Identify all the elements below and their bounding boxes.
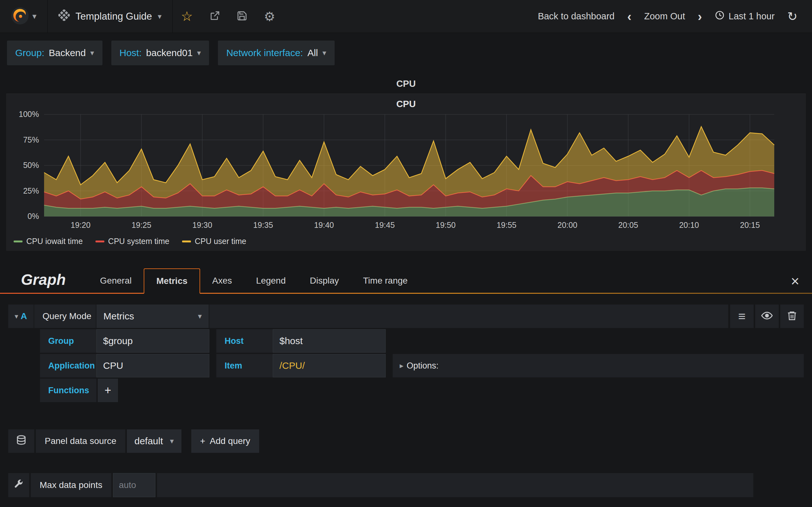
- panel-datasource-label: Panel data source: [36, 429, 125, 453]
- star-dashboard-button[interactable]: ☆: [172, 10, 201, 23]
- svg-text:20:10: 20:10: [679, 221, 699, 229]
- caret-down-icon: ▾: [170, 437, 174, 446]
- datasource-value: default: [135, 436, 163, 447]
- save-dashboard-button[interactable]: [229, 10, 256, 22]
- legend-item[interactable]: CPU system time: [96, 237, 169, 246]
- svg-text:19:40: 19:40: [314, 221, 334, 229]
- caret-down-icon: ▾: [158, 12, 161, 21]
- svg-text:50%: 50%: [23, 161, 39, 170]
- host-field-input[interactable]: [273, 329, 386, 353]
- time-range-label: Last 1 hour: [728, 11, 774, 21]
- chart-legend: CPU iowait time CPU system time CPU user…: [9, 234, 803, 250]
- share-dashboard-button[interactable]: [201, 10, 229, 22]
- svg-text:19:45: 19:45: [375, 221, 395, 229]
- dashboard-title: Templating Guide: [75, 11, 152, 22]
- grafana-logo-icon: [11, 7, 29, 26]
- navbar-actions: ☆ ⚙: [172, 0, 284, 33]
- time-range-picker[interactable]: Last 1 hour: [708, 10, 781, 22]
- dashboard-grid-icon: [58, 9, 70, 23]
- tab-general[interactable]: General: [88, 269, 144, 293]
- legend-item[interactable]: CPU iowait time: [14, 237, 83, 246]
- max-data-points-label: Max data points: [31, 473, 111, 497]
- datasource-row: Panel data source default ▾ + Add query: [8, 429, 804, 453]
- tab-time-range[interactable]: Time range: [351, 269, 420, 293]
- legend-swatch: [14, 240, 22, 242]
- query-row-a: ▾ A Query Mode Metrics ▾ ≡: [8, 304, 804, 328]
- legend-label: CPU iowait time: [26, 237, 83, 246]
- query-menu-button[interactable]: ≡: [730, 304, 754, 328]
- query-row-filler: [209, 304, 728, 328]
- query-editor: ▾ A Query Mode Metrics ▾ ≡: [0, 294, 812, 402]
- max-data-points-filler: [157, 473, 753, 497]
- query-letter: A: [20, 311, 27, 321]
- chevron-right-icon: ›: [698, 10, 702, 23]
- caret-down-icon: ▾: [198, 312, 202, 321]
- item-field-input[interactable]: [273, 354, 386, 377]
- variable-label: Group:: [15, 48, 44, 58]
- time-shift-forward-button[interactable]: ›: [692, 10, 708, 23]
- plus-icon: +: [104, 384, 111, 397]
- variable-host-dropdown[interactable]: Host: backend01 ▾: [111, 41, 209, 65]
- application-field-label: Application: [40, 354, 96, 377]
- time-shift-back-button[interactable]: ‹: [621, 10, 638, 23]
- plus-icon: +: [200, 436, 205, 446]
- add-query-label: Add query: [210, 436, 250, 446]
- max-data-points-row: Max data points: [8, 473, 804, 497]
- tab-legend[interactable]: Legend: [244, 269, 298, 293]
- variable-netif-dropdown[interactable]: Network interface: All ▾: [218, 41, 334, 65]
- dashboard-settings-button[interactable]: ⚙: [256, 10, 284, 23]
- cpu-chart[interactable]: 0%25%50%75%100%19:2019:2519:3019:3519:40…: [9, 111, 802, 234]
- variable-label: Host:: [119, 48, 142, 58]
- group-field-input[interactable]: [96, 329, 209, 353]
- svg-text:20:15: 20:15: [740, 221, 760, 229]
- zoom-out-button[interactable]: Zoom Out: [638, 11, 692, 21]
- svg-text:20:00: 20:00: [557, 221, 577, 229]
- host-field-label: Host: [216, 329, 273, 353]
- add-function-button[interactable]: +: [98, 379, 118, 402]
- editor-tabs: General Metrics Axes Legend Display Time…: [88, 268, 420, 293]
- legend-swatch: [96, 240, 104, 242]
- variable-label: Network interface:: [226, 48, 303, 58]
- grafana-logo-menu[interactable]: ▾: [0, 0, 48, 33]
- datasource-select[interactable]: default ▾: [127, 429, 182, 453]
- close-editor-button[interactable]: ×: [786, 274, 804, 293]
- query-delete-button[interactable]: [780, 304, 804, 328]
- back-to-dashboard-button[interactable]: Back to dashboard: [531, 11, 621, 21]
- template-variables-row: Group: Backend ▾ Host: backend01 ▾ Netwo…: [0, 33, 812, 72]
- legend-label: CPU user time: [195, 237, 247, 246]
- datasource-icon-box: [8, 429, 34, 453]
- query-mode-label: Query Mode: [34, 304, 96, 328]
- panel-editor: Graph General Metrics Axes Legend Displa…: [0, 268, 812, 497]
- svg-text:19:55: 19:55: [497, 221, 517, 229]
- max-data-points-input[interactable]: [113, 473, 155, 497]
- options-toggle[interactable]: ▸ Options:: [400, 361, 439, 371]
- variable-value: All: [307, 48, 318, 58]
- application-field-input[interactable]: [96, 354, 209, 377]
- svg-text:19:35: 19:35: [253, 221, 273, 229]
- svg-text:19:30: 19:30: [192, 221, 212, 229]
- caret-right-icon: ▸: [400, 361, 403, 370]
- query-row-group-host: Group Host: [8, 329, 804, 353]
- legend-item[interactable]: CPU user time: [182, 237, 247, 246]
- share-icon: [209, 10, 220, 22]
- query-row-actions: ≡: [730, 304, 804, 328]
- variable-group-dropdown[interactable]: Group: Backend ▾: [7, 41, 102, 65]
- panel-title[interactable]: CPU: [9, 96, 803, 111]
- add-query-button[interactable]: + Add query: [191, 429, 259, 453]
- dashboard-switcher[interactable]: Templating Guide ▾: [48, 0, 172, 33]
- svg-text:25%: 25%: [23, 186, 39, 195]
- zoom-out-label: Zoom Out: [644, 11, 685, 21]
- back-to-dashboard-label: Back to dashboard: [538, 11, 615, 21]
- refresh-button[interactable]: ↻: [781, 10, 804, 22]
- query-row-functions: Functions +: [8, 379, 804, 402]
- tab-metrics[interactable]: Metrics: [144, 268, 200, 294]
- tab-axes[interactable]: Axes: [200, 269, 244, 293]
- query-mode-value: Metrics: [103, 311, 134, 322]
- query-toggle-visibility-button[interactable]: [755, 304, 779, 328]
- legend-label: CPU system time: [108, 237, 169, 246]
- database-icon: [15, 435, 27, 447]
- legend-swatch: [182, 240, 191, 242]
- query-mode-select[interactable]: Metrics ▾: [96, 304, 209, 328]
- query-collapse-toggle[interactable]: ▾ A: [8, 304, 34, 328]
- tab-display[interactable]: Display: [298, 269, 351, 293]
